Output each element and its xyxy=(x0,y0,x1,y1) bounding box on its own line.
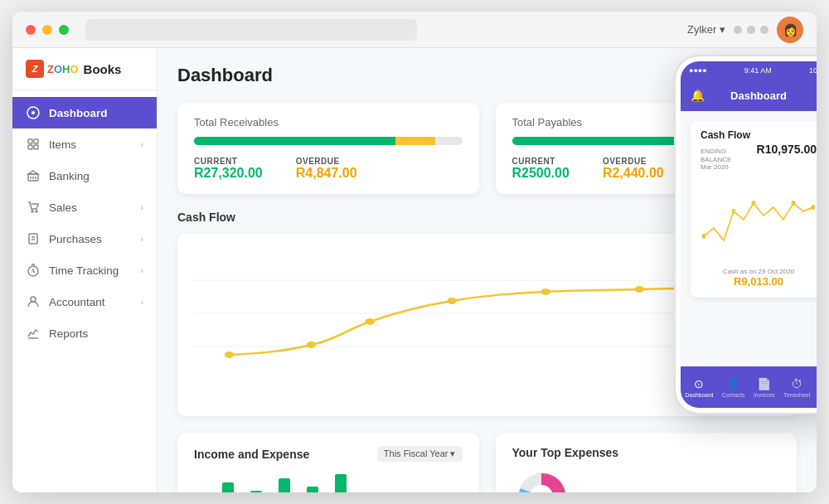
top-expenses-title: Your Top Expenses xyxy=(512,446,619,459)
bar-9 xyxy=(307,487,318,492)
svg-point-33 xyxy=(752,201,756,206)
sidebar-nav: Dashboard Items › xyxy=(12,90,157,492)
phone-balance-label2: Mar 2020 xyxy=(701,163,757,172)
receivables-overdue-label: OVERDUE xyxy=(296,157,357,166)
svg-point-21 xyxy=(225,351,234,358)
phone-nav-title: Dashboard xyxy=(730,90,787,102)
dashboard-icon xyxy=(26,105,41,120)
svg-point-34 xyxy=(792,201,796,206)
fiscal-year-button[interactable]: This Fiscal Year ▾ xyxy=(377,446,463,462)
phone-nav-contacts-label: Contacts xyxy=(722,392,745,398)
sidebar-label-banking: Banking xyxy=(49,170,90,182)
main-content: Dashboard Total Receivables CURRENT R27,… xyxy=(158,48,817,492)
sidebar-label-timetracking: Time Tracking xyxy=(49,264,119,277)
bottom-row: Income and Expense This Fiscal Year ▾ xyxy=(177,433,797,492)
sidebar-item-purchases[interactable]: Purchases › xyxy=(12,223,157,254)
svg-point-26 xyxy=(635,286,644,293)
purchases-chevron: › xyxy=(141,235,143,244)
pie-chart-svg xyxy=(512,468,570,492)
app-layout: Z ZOHO Books Dashb xyxy=(12,48,817,492)
payables-overdue-value: R2,440.00 xyxy=(603,166,664,181)
user-name[interactable]: Zylker ▾ xyxy=(687,23,725,36)
sidebar-label-accountant: Accountant xyxy=(49,296,105,308)
income-expense-card: Income and Expense This Fiscal Year ▾ xyxy=(177,433,479,492)
receivables-progress-yellow xyxy=(395,137,436,145)
svg-rect-2 xyxy=(28,139,32,143)
sidebar-item-banking[interactable]: Banking xyxy=(12,160,157,191)
receivables-values: CURRENT R27,320.00 OVERDUE R4,847.00 xyxy=(194,157,463,181)
svg-point-22 xyxy=(307,342,316,348)
svg-rect-5 xyxy=(34,145,38,149)
phone-nav-invoices-icon: 📄 xyxy=(757,377,771,390)
zoho-logo: Z ZOHO xyxy=(26,60,79,78)
bar-11 xyxy=(335,474,347,492)
svg-rect-3 xyxy=(34,139,38,143)
sidebar-item-accountant[interactable]: Accountant › xyxy=(12,286,157,317)
phone-status-signal: ●●●● xyxy=(689,66,707,75)
phone-nav-contacts[interactable]: 👤 Contacts xyxy=(722,377,745,398)
phone-cf-amount: R9,013.00 xyxy=(701,275,817,288)
phone-nav-dashboard[interactable]: ⊙ Dashboard xyxy=(685,377,713,398)
timetracking-icon xyxy=(26,263,41,278)
items-chevron: › xyxy=(141,140,143,149)
phone-chart-svg xyxy=(701,178,817,261)
svg-point-10 xyxy=(32,211,33,212)
payables-current-value: R2500.00 xyxy=(512,166,570,181)
income-expense-header: Income and Expense This Fiscal Year ▾ xyxy=(194,446,463,462)
svg-point-23 xyxy=(365,318,374,325)
phone-overlay: ●●●● 9:41 AM 100% 🔔 Dashboard ↻ Cash Flo… xyxy=(676,56,817,413)
sales-chevron: › xyxy=(141,203,143,212)
sidebar-item-sales[interactable]: Sales › xyxy=(12,191,157,223)
sidebar-label-dashboard: Dashboard xyxy=(49,107,108,119)
phone-nav-timesheet-label: Timesheet xyxy=(783,392,810,398)
svg-point-25 xyxy=(541,288,550,295)
receivables-current-value: R27,320.00 xyxy=(194,166,263,181)
bar-5 xyxy=(250,491,262,492)
payables-progress-green xyxy=(512,137,700,145)
browser-dot-yellow[interactable] xyxy=(42,25,52,35)
svg-point-24 xyxy=(447,298,456,304)
phone-nav-invoices[interactable]: 📄 Invoices xyxy=(754,377,775,398)
sales-icon xyxy=(26,200,41,215)
phone-nav-bar: 🔔 Dashboard ↻ xyxy=(681,80,817,111)
receivables-progress-green xyxy=(194,137,395,145)
bar-7 xyxy=(279,478,290,492)
bar-3 xyxy=(222,482,234,492)
phone-content: Cash Flow ENDING BALANCE Mar 2020 R10,97… xyxy=(681,111,817,366)
top-expenses-card: Your Top Expenses xyxy=(496,433,797,492)
receivables-overdue-value: R4,847.00 xyxy=(296,166,357,181)
svg-rect-4 xyxy=(28,145,32,149)
bar-chart-area xyxy=(194,470,463,492)
phone-bell-icon[interactable]: 🔔 xyxy=(691,89,705,102)
phone-nav-timesheet[interactable]: ⏱ Timesheet xyxy=(783,377,810,398)
sidebar-item-items[interactable]: Items › xyxy=(12,128,157,160)
timetracking-chevron: › xyxy=(141,266,143,275)
total-receivables-card: Total Receivables CURRENT R27,320.00 OVE… xyxy=(177,103,479,194)
books-text: Books xyxy=(84,62,122,76)
payables-overdue-label: OVERDUE xyxy=(603,157,664,166)
phone-status-bar: ●●●● 9:41 AM 100% xyxy=(681,61,817,80)
sidebar-item-timetracking[interactable]: Time Tracking › xyxy=(12,254,157,286)
phone-cf-date: Cash as on 29 Oct 2020 xyxy=(701,268,817,275)
sidebar-label-sales: Sales xyxy=(49,201,77,214)
top-expenses-header: Your Top Expenses xyxy=(512,446,781,459)
svg-point-35 xyxy=(812,205,816,210)
zoho-text: ZOHO xyxy=(47,63,79,75)
svg-point-31 xyxy=(702,234,706,239)
pie-legend-automobile: Automobile a... xyxy=(579,492,644,493)
user-avatar[interactable]: 👩 xyxy=(777,17,803,43)
phone-balance-label1: ENDING BALANCE xyxy=(701,148,757,163)
sidebar-item-reports[interactable]: Reports xyxy=(12,317,157,349)
browser-dot-green[interactable] xyxy=(59,25,69,35)
browser-action-dots xyxy=(734,26,768,34)
phone-status-battery: 100% xyxy=(809,66,817,75)
browser-url-bar[interactable] xyxy=(85,19,417,41)
income-expense-title: Income and Expense xyxy=(194,448,309,461)
browser-dot-red[interactable] xyxy=(26,25,36,35)
svg-rect-12 xyxy=(29,234,37,244)
phone-cash-flow-card: Cash Flow ENDING BALANCE Mar 2020 R10,97… xyxy=(691,121,817,298)
purchases-icon xyxy=(26,231,41,246)
accountant-icon xyxy=(26,294,41,309)
phone-nav-dashboard-icon: ⊙ xyxy=(694,377,704,390)
sidebar-item-dashboard[interactable]: Dashboard xyxy=(12,97,157,128)
